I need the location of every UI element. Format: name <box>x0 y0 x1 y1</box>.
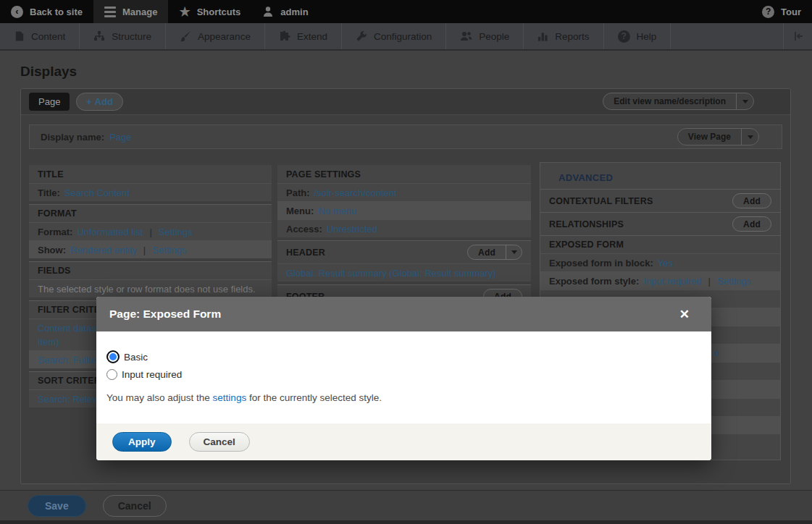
dialog-close-button[interactable]: ✕ <box>679 308 690 321</box>
menu-label-structure: Structure <box>112 31 151 42</box>
menu-label: Menu: <box>286 206 314 216</box>
contextual-filters-label: CONTEXTUAL FILTERS <box>549 196 653 206</box>
path-row: Path: /solr-search/content <box>277 183 531 201</box>
format-settings-link[interactable]: Settings <box>159 227 193 237</box>
screen: ‹ Back to site Manage ★ Shortcuts admin … <box>0 0 812 524</box>
path-value-link[interactable]: /solr-search/content <box>314 187 397 198</box>
add-display-button[interactable]: + Add <box>76 93 123 111</box>
view-page-button[interactable]: View Page <box>677 128 759 145</box>
menu-item-help[interactable]: ? Help <box>604 23 671 49</box>
show-settings-link[interactable]: Settings <box>152 245 186 255</box>
display-tab-page[interactable]: Page <box>29 93 70 111</box>
display-name-link[interactable]: Page <box>109 132 131 143</box>
advanced-toggle[interactable]: ADVANCED <box>540 163 780 189</box>
save-button[interactable]: Save <box>28 495 86 517</box>
chevron-down-icon <box>748 135 753 139</box>
title-row: Title: Search Content <box>29 183 272 201</box>
manage-tab[interactable]: Manage <box>93 0 168 23</box>
menu-item-appearance[interactable]: Appearance <box>166 23 265 49</box>
header-section-label: HEADER <box>286 248 325 258</box>
menu-item-configuration[interactable]: Configuration <box>342 23 446 49</box>
shortcuts-tab[interactable]: ★ Shortcuts <box>168 0 251 23</box>
radio-unselected-icon[interactable] <box>106 369 117 380</box>
dialog-title: Page: Exposed Form <box>109 308 221 321</box>
relationships-header: RELATIONSHIPS Add <box>540 212 780 235</box>
access-row: Access: Unrestricted <box>277 219 531 237</box>
dialog-cancel-button[interactable]: Cancel <box>189 432 250 452</box>
global-summary-row: Global: Result summary (Global: Result s… <box>277 263 531 282</box>
exposed-block-row: Exposed form in block: Yes <box>540 253 780 271</box>
relationships-add-label: Add <box>733 217 771 231</box>
fields-section-header: FIELDS <box>29 261 272 279</box>
edit-view-dropdown-toggle[interactable] <box>736 93 753 109</box>
separator: | <box>149 227 151 237</box>
menu-value-link[interactable]: No menu <box>318 206 356 216</box>
menu-item-content[interactable]: Content <box>0 23 80 49</box>
edit-view-name-button[interactable]: Edit view name/description <box>603 93 754 110</box>
dialog-body: Basic Input required You may also adjust… <box>96 331 711 403</box>
dialog-buttonpane: Apply Cancel <box>96 423 711 460</box>
contextual-filters-add-button[interactable]: Add <box>732 193 771 208</box>
cancel-button[interactable]: Cancel <box>103 495 167 517</box>
toolbar-orientation-toggle[interactable] <box>783 23 812 49</box>
access-value-link[interactable]: Unrestricted <box>327 224 377 234</box>
relationships-add-button[interactable]: Add <box>732 216 771 232</box>
title-section-header: TITLE <box>29 165 272 183</box>
settings-link[interactable]: settings <box>213 392 247 403</box>
radio-basic-label: Basic <box>124 352 148 363</box>
header-add-label: Add <box>468 245 506 259</box>
admin-user-tab[interactable]: admin <box>251 0 319 23</box>
tour-question-icon: ? <box>762 6 774 18</box>
radio-selected-icon[interactable] <box>106 350 120 363</box>
chevron-down-icon <box>742 100 748 103</box>
contextual-filters-header: CONTEXTUAL FILTERS Add <box>540 189 780 212</box>
show-row: Show: Rendered entity | Settings <box>29 240 272 258</box>
collapse-left-icon <box>792 30 804 42</box>
tour-button[interactable]: ? Tour <box>751 0 812 23</box>
document-icon <box>14 30 25 42</box>
manage-label: Manage <box>122 7 157 17</box>
menu-label-extend: Extend <box>297 31 327 42</box>
title-value-link[interactable]: Search Content <box>64 187 130 198</box>
global-result-summary-link[interactable]: Global: Result summary (Global: Result s… <box>286 268 496 279</box>
menu-label-people: People <box>479 31 509 42</box>
menu-label-configuration: Configuration <box>374 31 432 42</box>
menu-item-extend[interactable]: Extend <box>265 23 342 49</box>
separator: | <box>143 245 146 255</box>
show-value-link[interactable]: Rendered entity <box>70 245 137 255</box>
paintbrush-icon <box>180 30 191 42</box>
bottom-edge <box>0 520 812 524</box>
wrench-icon <box>356 30 367 42</box>
menu-item-structure[interactable]: Structure <box>80 23 166 49</box>
exposed-style-value-link[interactable]: Input required <box>643 276 701 287</box>
display-name-bar: Display name: Page <box>29 124 782 149</box>
format-label: Format: <box>38 227 72 237</box>
format-row: Format: Unformatted list | Settings <box>29 222 272 240</box>
header-add-dropdown-toggle[interactable] <box>506 245 522 259</box>
admin-toolbar: ‹ Back to site Manage ★ Shortcuts admin … <box>0 0 812 23</box>
fields-note-row: The selected style or row format does no… <box>29 279 272 297</box>
exposed-block-label: Exposed form in block: <box>549 258 653 269</box>
bar-chart-icon <box>537 30 548 42</box>
exposed-block-value-link[interactable]: Yes <box>658 258 673 269</box>
exposed-style-settings-link[interactable]: Settings <box>717 276 751 287</box>
people-icon <box>460 30 472 42</box>
dialog-titlebar[interactable]: Page: Exposed Form ✕ <box>96 297 711 331</box>
menu-item-people[interactable]: People <box>446 23 524 49</box>
menu-item-reports[interactable]: Reports <box>524 23 603 49</box>
radio-option-basic[interactable]: Basic <box>106 350 700 363</box>
partially-hidden-link-fragment[interactable]: o <box>713 347 719 358</box>
title-label: Title: <box>38 187 60 198</box>
view-page-dropdown-toggle[interactable] <box>741 129 758 145</box>
format-value-link[interactable]: Unformatted list <box>77 227 143 237</box>
radio-input-required-label: Input required <box>122 369 182 380</box>
apply-button[interactable]: Apply <box>112 432 172 452</box>
page-title: Displays <box>20 64 77 80</box>
sitemap-icon <box>93 30 105 42</box>
access-label: Access: <box>286 224 322 234</box>
note-text-after: for the currently selected style. <box>246 392 382 403</box>
back-to-site-button[interactable]: ‹ Back to site <box>0 0 93 23</box>
radio-option-input-required[interactable]: Input required <box>106 369 700 380</box>
fields-note: The selected style or row format does no… <box>38 284 256 295</box>
header-add-button[interactable]: Add <box>467 245 522 260</box>
